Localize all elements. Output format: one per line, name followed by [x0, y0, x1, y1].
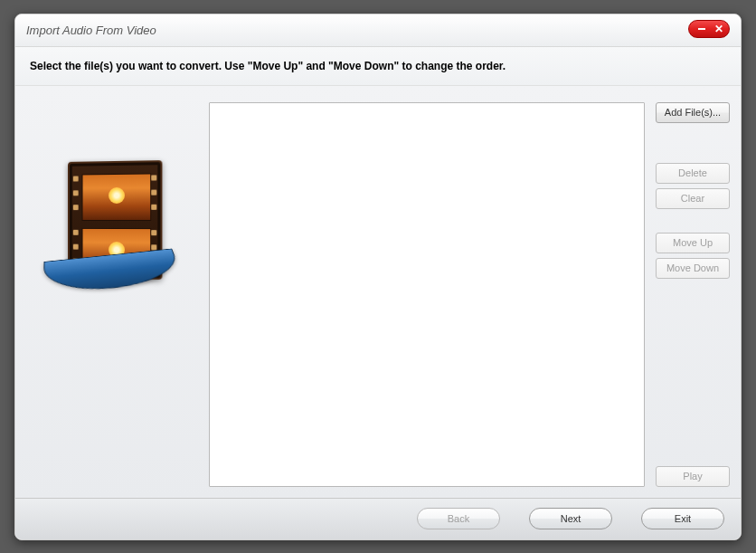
minimize-icon [698, 28, 705, 30]
window-title: Import Audio From Video [26, 24, 156, 37]
next-button[interactable]: Next [529, 508, 612, 529]
move-down-button[interactable]: Move Down [656, 258, 730, 279]
back-button[interactable]: Back [417, 508, 500, 529]
film-reel-icon [49, 157, 175, 301]
close-button[interactable]: ✕ [688, 20, 730, 38]
instruction-text: Select the file(s) you want to convert. … [15, 47, 741, 86]
move-up-button[interactable]: Move Up [656, 233, 730, 253]
clear-button[interactable]: Clear [656, 188, 730, 209]
footer-bar: Back Next Exit [15, 498, 741, 539]
file-list[interactable] [209, 102, 645, 487]
delete-button[interactable]: Delete [656, 163, 730, 184]
add-files-button[interactable]: Add File(s)... [656, 102, 730, 123]
exit-button[interactable]: Exit [641, 508, 724, 529]
main-area: Add File(s)... Delete Clear Move Up Move… [15, 86, 741, 498]
titlebar: Import Audio From Video ✕ [15, 14, 741, 47]
window-controls: ✕ [688, 20, 730, 38]
illustration-panel [26, 102, 198, 487]
side-button-panel: Add File(s)... Delete Clear Move Up Move… [656, 102, 730, 487]
close-icon: ✕ [714, 24, 723, 34]
play-button[interactable]: Play [656, 466, 730, 487]
import-audio-dialog: Import Audio From Video ✕ Select the fil… [14, 14, 742, 540]
